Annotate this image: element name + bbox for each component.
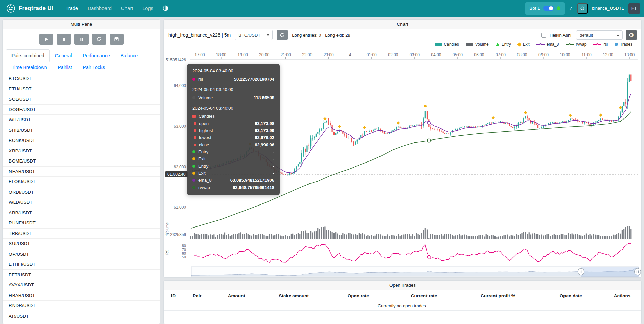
stop-buy-button[interactable] xyxy=(74,34,89,45)
plot-config-select[interactable]: default xyxy=(576,30,623,40)
pair-list-item[interactable]: ETH/USDT xyxy=(3,84,160,94)
datazoom-window[interactable] xyxy=(581,267,638,276)
nav-item-trade[interactable]: Trade xyxy=(62,4,82,13)
refresh-icon xyxy=(280,33,285,38)
exchange-account-label[interactable]: binance_USDT1 xyxy=(592,6,624,11)
pair-list-item[interactable]: BTC/USDT xyxy=(3,73,160,84)
pair-list-item[interactable]: RNDR/USDT xyxy=(3,301,160,311)
datazoom-right-handle[interactable] xyxy=(635,268,641,275)
datazoom-left-handle[interactable] xyxy=(578,268,584,275)
legend-item-ema-8[interactable]: ema_8 xyxy=(536,42,559,47)
tab-balance[interactable]: Balance xyxy=(115,49,143,62)
tooltip-row-lowest: lowest62,976.02 xyxy=(192,134,274,141)
pair-list-item[interactable]: SUI/USDT xyxy=(3,239,160,249)
column-header-pair[interactable]: Pair xyxy=(183,290,211,301)
pair-list-item[interactable]: RUNE/USDT xyxy=(3,218,160,229)
chart-canvas[interactable]: 17:0018:0019:0020:0021:0022:0023:00401:0… xyxy=(164,48,641,277)
svg-text:06:00: 06:00 xyxy=(474,52,484,57)
app-brand[interactable]: Freqtrade UI xyxy=(19,5,53,12)
pair-list-item[interactable]: SHIB/USDT xyxy=(3,125,160,136)
long-exit-count: Long exit: 28 xyxy=(325,33,350,38)
reload-config-button[interactable] xyxy=(92,34,106,45)
navbar-right: Bot 1 ✓ binance_USDT1 FT xyxy=(525,2,640,15)
pair-list-item[interactable]: AVAX/USDT xyxy=(3,280,160,290)
pair-list-item[interactable]: TRB/USDT xyxy=(3,229,160,239)
pair-list-item[interactable]: WLD/USDT xyxy=(3,197,160,208)
reload-bot-button[interactable] xyxy=(577,3,588,14)
nav-item-dashboard[interactable]: Dashboard xyxy=(84,4,116,13)
legend-item-rsi[interactable]: rsi xyxy=(593,42,608,47)
legend-item-rvwap[interactable]: rvwap xyxy=(566,42,586,47)
pair-list-item[interactable]: BOME/USDT xyxy=(3,156,160,167)
legend-item-exit[interactable]: Exit xyxy=(518,42,530,47)
tab-pair-locks[interactable]: Pair Locks xyxy=(77,61,110,73)
svg-text:11:00: 11:00 xyxy=(581,52,591,57)
legend-item-volume[interactable]: Volume xyxy=(466,42,489,47)
pair-list-item[interactable]: ORDI/USDT xyxy=(3,187,160,198)
pair-list-item[interactable]: ETHFI/USDT xyxy=(3,259,160,270)
pair-list-item[interactable]: OP/USDT xyxy=(3,249,160,260)
tab-pairlist[interactable]: Pairlist xyxy=(52,61,77,73)
column-header-stake-amount[interactable]: Stake amount xyxy=(261,290,326,301)
pair-select[interactable]: BTC/USDT xyxy=(235,30,273,40)
svg-text:18:00: 18:00 xyxy=(216,52,226,57)
bot-toggle[interactable] xyxy=(543,6,554,11)
legend-item-candles[interactable]: Candles xyxy=(435,42,459,47)
refresh-icon xyxy=(580,6,585,11)
svg-text:61,000: 61,000 xyxy=(174,205,186,210)
legend-item-entry[interactable]: Entry xyxy=(496,42,511,47)
tab-performance[interactable]: Performance xyxy=(77,49,115,62)
pair-list-item[interactable]: WIF/USDT xyxy=(3,115,160,125)
tooltip-value: - xyxy=(273,149,274,154)
bot-selector[interactable]: Bot 1 xyxy=(525,2,565,15)
pair-list-item[interactable]: NEAR/USDT xyxy=(3,167,160,177)
tooltip-label: lowest xyxy=(199,135,211,140)
pair-list-item[interactable]: AR/USDT xyxy=(3,311,160,322)
tooltip-value: 118.66598 xyxy=(254,95,274,100)
nav-item-logs[interactable]: Logs xyxy=(138,4,157,13)
pair-list-item[interactable]: FET/USDT xyxy=(3,270,160,280)
tooltip-marker-icon xyxy=(194,136,196,139)
pair-list-item[interactable]: FLOKI/USDT xyxy=(3,177,160,187)
column-header-actions[interactable]: Actions xyxy=(603,290,641,301)
tab-pairs-combined[interactable]: Pairs combined xyxy=(6,49,50,62)
pair-list-item[interactable]: ARB/USDT xyxy=(3,208,160,218)
candles-marker-icon xyxy=(435,43,442,46)
svg-text:01:00: 01:00 xyxy=(367,52,377,57)
tooltip-row-exit: Exit- xyxy=(192,170,274,177)
datazoom-slider[interactable] xyxy=(191,267,641,277)
column-header-current-rate[interactable]: Current rate xyxy=(391,290,458,301)
column-header-current-profit[interactable]: Current profit % xyxy=(457,290,538,301)
pair-list-item[interactable]: SOL/USDT xyxy=(3,94,160,105)
nav-item-chart[interactable]: Chart xyxy=(117,4,137,13)
tooltip-marker-icon xyxy=(194,129,196,132)
tooltip-label: rsi xyxy=(198,77,203,82)
svg-text:21:00: 21:00 xyxy=(281,52,291,57)
tooltip-marker-icon xyxy=(192,165,196,168)
tab-general[interactable]: General xyxy=(50,49,77,62)
user-avatar[interactable]: FT xyxy=(628,3,640,14)
column-header-open-date[interactable]: Open date xyxy=(538,290,603,301)
force-exit-button[interactable] xyxy=(110,34,124,45)
theme-toggle-icon[interactable] xyxy=(163,5,168,11)
refresh-chart-button[interactable] xyxy=(277,30,288,40)
pair-list-item[interactable]: XRP/USDT xyxy=(3,146,160,156)
tooltip-value: 63,085.948152171906 xyxy=(230,178,274,183)
tooltip-marker-icon xyxy=(194,122,196,125)
tab-time-breakdown[interactable]: Time Breakdown xyxy=(6,61,52,73)
column-header-id[interactable]: ID xyxy=(164,290,183,301)
pair-list-item[interactable]: HBAR/USDT xyxy=(3,290,160,301)
pair-list-item[interactable]: DOGE/USDT xyxy=(3,105,160,115)
time-axis: 17:0018:0019:0020:0021:0022:0023:00401:0… xyxy=(190,52,638,59)
heikin-ashi-checkbox[interactable] xyxy=(541,33,546,38)
column-header-amount[interactable]: Amount xyxy=(211,290,261,301)
legend-item-trades[interactable]: Trades xyxy=(615,42,632,47)
column-header-open-rate[interactable]: Open rate xyxy=(326,290,391,301)
start-bot-button[interactable] xyxy=(39,34,53,45)
stop-bot-button[interactable] xyxy=(57,34,71,45)
tooltip-label: Entry xyxy=(198,149,208,154)
plot-settings-button[interactable]: ⚙ xyxy=(626,30,637,40)
pair-list-item[interactable]: BONK/USDT xyxy=(3,135,160,146)
tooltip-marker-icon xyxy=(192,115,196,118)
svg-text:17:00: 17:00 xyxy=(194,52,205,57)
